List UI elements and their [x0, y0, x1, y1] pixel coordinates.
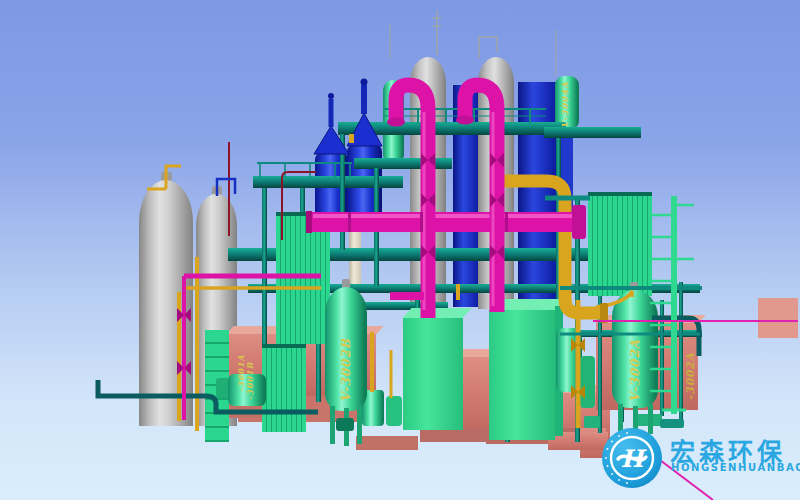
magenta-pipe-endcap	[306, 211, 312, 233]
ladder	[650, 196, 694, 414]
gold-pipes	[147, 166, 632, 431]
plant-3d-render: V-3002B V-3002A -3002A V-3004A -3001A -3…	[0, 0, 800, 500]
valves	[177, 153, 504, 375]
vent-pipes	[390, 10, 556, 76]
magenta-pipe-collar	[572, 205, 586, 239]
cane-tip	[456, 116, 474, 125]
company-name-en: HONGSENHUANBAO	[671, 462, 800, 473]
blue-vessel-tops	[314, 79, 382, 155]
piping-overlay	[0, 0, 800, 500]
cane-tip	[387, 118, 405, 127]
blue-gooseneck-pipe	[217, 179, 235, 196]
maroon-pipes	[229, 142, 316, 240]
logo-monogram: H	[621, 444, 647, 473]
company-logo-mark: H	[600, 426, 664, 490]
